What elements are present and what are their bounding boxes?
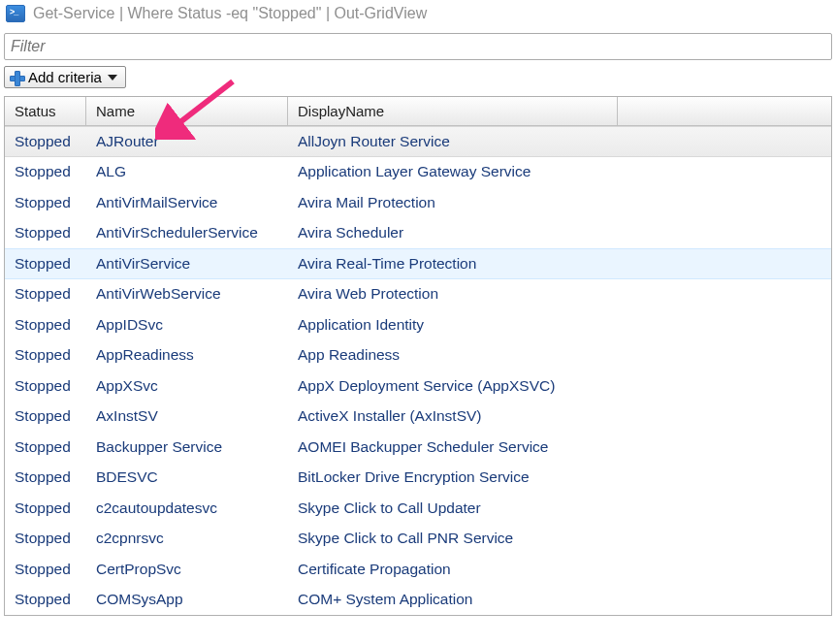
filter-section <box>4 33 832 60</box>
table-row[interactable]: StoppedALGApplication Layer Gateway Serv… <box>5 157 831 188</box>
cell-name: c2cpnrsvc <box>86 530 288 547</box>
cell-displayname: Application Identity <box>288 316 831 334</box>
table-row[interactable]: StoppedAppXSvcAppX Deployment Service (A… <box>5 370 831 402</box>
cell-status: Stopped <box>5 194 86 211</box>
table-row[interactable]: StoppedAppReadinessApp Readiness <box>5 340 831 371</box>
titlebar: Get-Service | Where Status -eq "Stopped"… <box>0 0 836 27</box>
cell-displayname: App Readiness <box>288 346 831 364</box>
cell-name: AppReadiness <box>86 346 288 364</box>
cell-name: AntiVirSchedulerService <box>86 224 288 242</box>
cell-displayname: AOMEI Backupper Scheduler Service <box>288 438 831 456</box>
cell-displayname: Avira Mail Protection <box>288 194 831 211</box>
column-header-displayname[interactable]: DisplayName <box>288 97 618 125</box>
cell-name: AppIDSvc <box>86 316 288 334</box>
criteria-bar: Add criteria <box>4 66 832 88</box>
table-row[interactable]: StoppedAntiVirWebServiceAvira Web Protec… <box>5 279 831 310</box>
cell-name: AntiVirMailService <box>86 194 288 211</box>
cell-status: Stopped <box>5 133 86 150</box>
cell-displayname: Avira Real-Time Protection <box>288 255 831 273</box>
cell-status: Stopped <box>5 316 86 334</box>
table-row[interactable]: StoppedCertPropSvcCertificate Propagatio… <box>5 554 831 585</box>
add-criteria-button[interactable]: Add criteria <box>4 66 126 88</box>
table-row[interactable]: StoppedBackupper ServiceAOMEI Backupper … <box>5 432 831 463</box>
cell-name: Backupper Service <box>86 438 288 456</box>
cell-name: AntiVirWebService <box>86 285 288 303</box>
cell-status: Stopped <box>5 438 86 456</box>
table-row[interactable]: Stoppedc2cpnrsvcSkype Click to Call PNR … <box>5 524 831 555</box>
plus-icon <box>9 70 24 85</box>
grid: Status Name DisplayName StoppedAJRouterA… <box>4 96 832 616</box>
cell-status: Stopped <box>5 163 86 180</box>
cell-displayname: Skype Click to Call PNR Service <box>288 530 831 547</box>
cell-name: AJRouter <box>86 133 288 150</box>
cell-name: AxInstSV <box>86 407 288 425</box>
cell-displayname: ActiveX Installer (AxInstSV) <box>288 407 831 425</box>
powershell-icon <box>6 5 25 22</box>
cell-status: Stopped <box>5 285 86 303</box>
cell-status: Stopped <box>5 407 86 425</box>
table-row[interactable]: StoppedBDESVCBitLocker Drive Encryption … <box>5 463 831 494</box>
cell-displayname: AllJoyn Router Service <box>288 133 831 150</box>
grid-body: StoppedAJRouterAllJoyn Router ServiceSto… <box>5 126 831 615</box>
cell-status: Stopped <box>5 530 86 547</box>
cell-name: AppXSvc <box>86 377 288 395</box>
table-row[interactable]: StoppedAntiVirServiceAvira Real-Time Pro… <box>5 248 831 279</box>
table-row[interactable]: StoppedAntiVirSchedulerServiceAvira Sche… <box>5 218 831 249</box>
cell-displayname: COM+ System Application <box>288 591 831 608</box>
table-row[interactable]: StoppedAxInstSVActiveX Installer (AxInst… <box>5 402 831 433</box>
table-row[interactable]: StoppedCOMSysAppCOM+ System Application <box>5 585 831 616</box>
table-row[interactable]: StoppedAntiVirMailServiceAvira Mail Prot… <box>5 187 831 218</box>
cell-status: Stopped <box>5 255 86 273</box>
cell-displayname: Avira Web Protection <box>288 285 831 303</box>
chevron-down-icon <box>108 75 117 80</box>
cell-status: Stopped <box>5 346 86 364</box>
cell-displayname: BitLocker Drive Encryption Service <box>288 468 831 486</box>
cell-displayname: AppX Deployment Service (AppXSVC) <box>288 377 831 395</box>
table-row[interactable]: StoppedAJRouterAllJoyn Router Service <box>5 126 831 157</box>
cell-status: Stopped <box>5 468 86 486</box>
cell-name: AntiVirService <box>86 255 288 273</box>
column-header-status[interactable]: Status <box>5 97 86 125</box>
cell-status: Stopped <box>5 224 86 242</box>
cell-name: BDESVC <box>86 468 288 486</box>
cell-name: c2cautoupdatesvc <box>86 499 288 517</box>
filter-input[interactable] <box>4 33 832 60</box>
cell-name: ALG <box>86 163 288 180</box>
cell-displayname: Avira Scheduler <box>288 224 831 242</box>
cell-name: CertPropSvc <box>86 561 288 578</box>
cell-status: Stopped <box>5 499 86 517</box>
window-title: Get-Service | Where Status -eq "Stopped"… <box>33 5 427 22</box>
cell-status: Stopped <box>5 561 86 578</box>
cell-displayname: Skype Click to Call Updater <box>288 499 831 517</box>
cell-name: COMSysApp <box>86 591 288 608</box>
grid-header: Status Name DisplayName <box>5 97 831 126</box>
add-criteria-label: Add criteria <box>28 69 102 85</box>
table-row[interactable]: StoppedAppIDSvcApplication Identity <box>5 309 831 340</box>
table-row[interactable]: Stoppedc2cautoupdatesvcSkype Click to Ca… <box>5 493 831 524</box>
cell-displayname: Certificate Propagation <box>288 561 831 578</box>
cell-status: Stopped <box>5 377 86 395</box>
cell-status: Stopped <box>5 591 86 608</box>
column-header-name[interactable]: Name <box>86 97 288 125</box>
cell-displayname: Application Layer Gateway Service <box>288 163 831 180</box>
column-header-extra[interactable] <box>618 97 831 125</box>
